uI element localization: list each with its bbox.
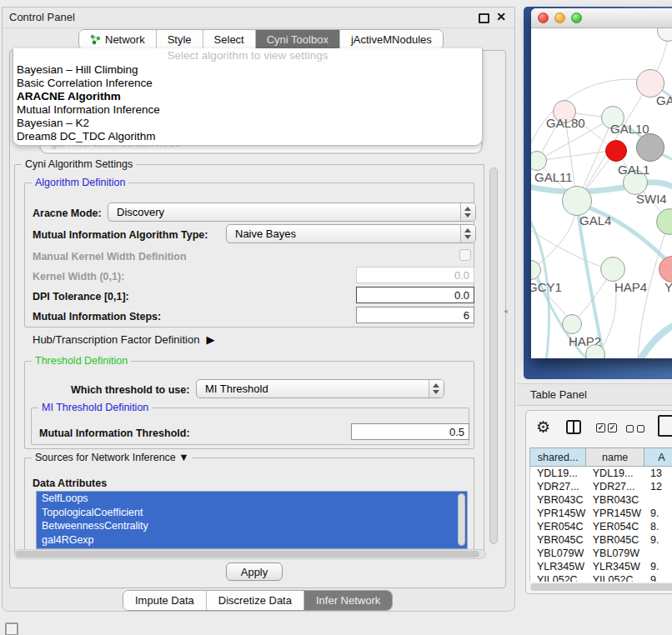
network-window: GALGAL80GAL10GAL1GAL11GAL4SWI4GCY1HAP4YH…: [531, 8, 672, 358]
tab-cyni-toolbox[interactable]: Cyni Toolbox: [256, 30, 340, 49]
checked-checkbox-icon[interactable]: ✓: [596, 423, 605, 432]
attribute-item[interactable]: BetweennessCentrality: [37, 519, 467, 533]
tab-label: Cyni Toolbox: [267, 33, 328, 46]
mi-threshold-title: MI Threshold Definition: [38, 402, 152, 413]
column-header[interactable]: name: [585, 448, 644, 467]
table-row[interactable]: YLR345WYLR345W9.: [530, 560, 672, 573]
node-label: GAL11: [534, 170, 573, 184]
network-canvas[interactable]: GALGAL80GAL10GAL1GAL11GAL4SWI4GCY1HAP4YH…: [531, 28, 672, 358]
table-panel-title: Table Panel: [530, 388, 587, 401]
table-row[interactable]: YDL19...YDL19...13: [530, 467, 672, 480]
dpi-tolerance-field[interactable]: 0.0: [356, 287, 474, 303]
columns-icon[interactable]: [566, 420, 581, 434]
list-scrollbar[interactable]: [458, 493, 465, 546]
table-cell: YIL052C: [530, 573, 586, 582]
table-cell: YBL079W: [530, 547, 586, 560]
sources-title: Sources for Network Inference ▼: [32, 452, 193, 463]
table-cell: 9.: [644, 560, 672, 573]
node-label: GAL4: [579, 213, 611, 228]
network-icon: [90, 34, 101, 45]
control-panel-window: Control Panel ✕ NetworkStyleSelectCyni T…: [2, 7, 515, 612]
node-label: SWI4: [636, 192, 667, 206]
tab-style[interactable]: Style: [157, 30, 203, 49]
data-attributes-label: Data Attributes: [33, 478, 107, 489]
tab-select[interactable]: Select: [203, 30, 256, 49]
node-label: GAL1: [618, 162, 649, 177]
chevron-right-icon: ▶: [206, 333, 214, 346]
tab-label: Network: [105, 33, 145, 46]
vertical-scrollbar[interactable]: [489, 166, 499, 554]
table-cell: 13: [644, 467, 672, 480]
table-cell: YBR045C: [586, 533, 644, 547]
node-label: GAL80: [546, 116, 585, 130]
attribute-item[interactable]: TopologicalCoefficient: [37, 506, 467, 520]
apply-button[interactable]: Apply: [226, 562, 283, 581]
data-attributes-list[interactable]: SelfLoopsTopologicalCoefficientBetweenne…: [36, 491, 468, 549]
tab-infer-network[interactable]: Infer Network: [304, 591, 392, 610]
horizontal-scrollbar[interactable]: [14, 549, 486, 559]
network-node[interactable]: [605, 140, 627, 162]
tab-label: jActiveMNodules: [351, 33, 432, 46]
unchecked-checkbox-icon[interactable]: [626, 425, 634, 432]
table-sheet-icon[interactable]: [658, 415, 672, 437]
table-row[interactable]: YBL079WYBL079W: [530, 547, 672, 560]
table-horizontal-scrollbar[interactable]: [530, 583, 672, 591]
table-cell: YBR043C: [586, 493, 644, 507]
node-label: GCY1: [531, 280, 562, 294]
attribute-item[interactable]: gal4RGexp: [37, 533, 467, 548]
tab-network[interactable]: Network: [79, 30, 157, 49]
aracne-mode-select[interactable]: Discovery: [108, 202, 476, 222]
algorithm-option[interactable]: ARACNE Algorithm: [13, 90, 482, 103]
table-cell: YLR345W: [586, 560, 644, 573]
zoom-traffic-light-icon[interactable]: [571, 12, 582, 23]
table-row[interactable]: YBR043CYBR043C: [530, 493, 672, 507]
table-row[interactable]: YDR27...YDR27...12: [530, 480, 672, 493]
network-node[interactable]: [636, 133, 664, 162]
network-node[interactable]: [585, 344, 605, 358]
algorithm-option[interactable]: Mutual Information Inference: [13, 103, 482, 117]
gear-icon[interactable]: ⚙: [536, 418, 550, 437]
panel-splitter-handle[interactable]: ◂: [504, 305, 512, 317]
table-row[interactable]: YBR045CYBR045C9.: [530, 533, 672, 547]
algorithm-option[interactable]: Bayesian – Hill Climbing: [13, 63, 482, 77]
algorithm-option[interactable]: Basic Correlation Inference: [13, 77, 482, 90]
kernel-width-field: 0.0: [356, 267, 474, 283]
mi-threshold-field[interactable]: 0.5: [351, 423, 469, 440]
which-threshold-select[interactable]: MI Threshold: [196, 379, 444, 398]
kernel-width-label: Kernel Width (0,1):: [33, 271, 124, 282]
table-cell: 9.: [644, 507, 672, 520]
minimize-traffic-light-icon[interactable]: [554, 12, 565, 23]
panel-title: Control Panel: [9, 11, 75, 23]
network-window-titlebar[interactable]: [531, 8, 672, 28]
screen: Control Panel ✕ NetworkStyleSelectCyni T…: [0, 0, 672, 635]
network-node[interactable]: [562, 186, 592, 216]
tab-impute-data[interactable]: Impute Data: [123, 591, 207, 610]
algorithm-definition-title: Algorithm Definition: [32, 177, 128, 188]
table-row[interactable]: YER054CYER054C8.: [530, 520, 672, 533]
float-window-icon[interactable]: [479, 13, 489, 23]
threshold-definition-title: Threshold Definition: [32, 355, 131, 367]
combo-stepper-icon: [460, 225, 475, 242]
close-traffic-light-icon[interactable]: [538, 12, 549, 23]
hub-definition-toggle[interactable]: Hub/Transcription Factor Definition▶: [33, 333, 214, 346]
network-node[interactable]: [562, 314, 582, 334]
table-row[interactable]: YPR145WYPR145W9.: [530, 507, 672, 520]
tab-jactivemnodules[interactable]: jActiveMNodules: [340, 30, 443, 49]
node-label: HAP4: [614, 280, 647, 294]
aracne-mode-label: Aracne Mode:: [33, 208, 102, 219]
tab-discretize-data[interactable]: Discretize Data: [207, 591, 304, 610]
close-icon[interactable]: ✕: [496, 10, 506, 23]
algorithm-option[interactable]: Dream8 DC_TDC Algorithm: [13, 130, 482, 143]
mi-type-select[interactable]: Naive Bayes: [226, 224, 476, 243]
chevron-down-icon[interactable]: ▼: [178, 452, 188, 463]
table-row[interactable]: YIL052CYIL052C9.: [530, 573, 672, 582]
algorithm-option[interactable]: Bayesian – K2: [13, 117, 482, 130]
unchecked-checkbox-icon[interactable]: [637, 425, 644, 432]
checked-checkbox-icon[interactable]: ✓: [608, 423, 617, 432]
mi-steps-field[interactable]: 6: [356, 307, 474, 323]
dock-panel-icon[interactable]: [5, 622, 18, 635]
attribute-item[interactable]: SelfLoops: [37, 492, 467, 506]
column-header[interactable]: A: [644, 448, 672, 467]
network-node[interactable]: [600, 257, 625, 282]
column-header[interactable]: shared...: [529, 448, 585, 467]
